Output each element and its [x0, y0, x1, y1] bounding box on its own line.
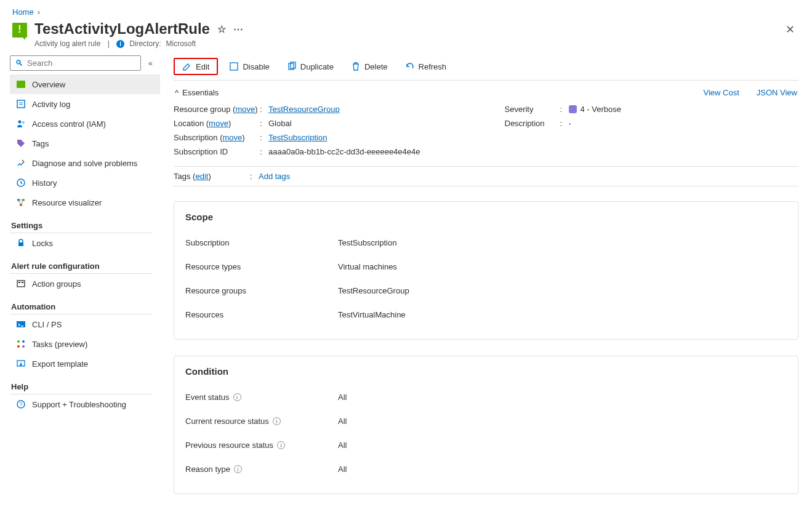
- tags-label: Tags: [174, 172, 190, 181]
- tags-edit-link[interactable]: edit: [195, 172, 208, 181]
- event-status-value: All: [338, 393, 787, 402]
- condition-card: Condition Event statusi All Current reso…: [174, 356, 798, 494]
- duplicate-label: Duplicate: [300, 62, 334, 71]
- alert-rule-icon: !: [12, 23, 27, 38]
- scope-resource-groups-label: Resource groups: [185, 286, 338, 295]
- page-title-text: TestActivityLogAlertRule: [34, 20, 210, 38]
- sidebar-item-label: Locks: [32, 239, 53, 248]
- overview-icon: [16, 79, 26, 89]
- action-groups-icon: [16, 279, 26, 289]
- sidebar-item-history[interactable]: History: [10, 173, 160, 193]
- description-value: -: [569, 119, 799, 128]
- sidebar: 🔍︎ « Overview Activity log: [0, 53, 160, 515]
- support-icon: ?: [16, 399, 26, 409]
- refresh-button[interactable]: Refresh: [399, 58, 453, 74]
- refresh-icon: [405, 62, 415, 71]
- svg-rect-0: [17, 81, 25, 88]
- sidebar-item-label: Diagnose and solve problems: [32, 159, 137, 168]
- svg-rect-12: [18, 282, 20, 283]
- sidebar-item-export-template[interactable]: Export template: [10, 354, 160, 373]
- sidebar-item-support[interactable]: ? Support + Troubleshooting: [10, 394, 160, 414]
- reason-type-label: Reason type: [185, 465, 230, 474]
- info-icon[interactable]: i: [116, 40, 124, 48]
- duplicate-button[interactable]: Duplicate: [281, 58, 340, 74]
- resource-group-label: Resource group: [174, 105, 231, 114]
- essentials-toggle[interactable]: ^ Essentials: [175, 88, 219, 97]
- subscription-link[interactable]: TestSubscription: [268, 133, 327, 142]
- svg-rect-1: [17, 100, 25, 108]
- locks-icon: [16, 238, 26, 248]
- essentials-label: Essentials: [182, 88, 219, 97]
- close-blade-button[interactable]: ✕: [781, 20, 800, 39]
- breadcrumb-home[interactable]: Home: [12, 7, 34, 17]
- svg-rect-22: [230, 63, 238, 70]
- json-view-link[interactable]: JSON View: [757, 88, 797, 97]
- info-icon[interactable]: i: [233, 393, 241, 401]
- sidebar-item-label: CLI / PS: [32, 320, 62, 329]
- event-status-label: Event status: [185, 393, 230, 402]
- activity-log-icon: [16, 99, 26, 109]
- svg-text:?: ?: [19, 401, 22, 407]
- view-cost-link[interactable]: View Cost: [703, 88, 739, 97]
- severity-badge-icon: [569, 105, 577, 113]
- scope-resource-types-label: Resource types: [185, 262, 338, 271]
- scope-resource-groups-value: TestResourceGroup: [338, 286, 787, 295]
- move-subscription[interactable]: move: [223, 133, 243, 142]
- edit-button[interactable]: Edit: [174, 58, 218, 75]
- condition-title: Condition: [185, 366, 787, 377]
- scope-card: Scope Subscription TestSubscription Reso…: [174, 201, 798, 340]
- sidebar-item-diagnose[interactable]: Diagnose and solve problems: [10, 153, 160, 173]
- sidebar-item-label: Action groups: [32, 279, 81, 289]
- scope-title: Scope: [185, 212, 787, 222]
- favorite-star-icon[interactable]: ☆: [217, 23, 226, 35]
- edit-label: Edit: [196, 62, 209, 71]
- access-control-icon: [16, 119, 26, 129]
- sidebar-item-label: Access control (IAM): [32, 119, 106, 129]
- scope-resources-value: TestVirtualMachine: [338, 310, 787, 319]
- sidebar-section-rule-config: Alert rule configuration: [10, 253, 153, 274]
- move-location[interactable]: move: [209, 119, 228, 128]
- resource-group-link[interactable]: TestResourceGroup: [268, 105, 340, 114]
- current-status-label: Current resource status: [185, 417, 269, 426]
- info-icon[interactable]: i: [277, 441, 285, 449]
- command-bar: Edit Disable Duplicate Delete: [174, 55, 798, 81]
- essentials-panel: Resource group (move) : TestResourceGrou…: [174, 102, 798, 166]
- page-title: TestActivityLogAlertRule ☆ ⋯: [34, 20, 243, 38]
- tags-row: Tags (edit) : Add tags: [174, 166, 798, 186]
- info-icon[interactable]: i: [273, 417, 281, 425]
- info-icon[interactable]: i: [234, 465, 242, 473]
- location-value: Global: [268, 119, 468, 128]
- location-label: Location: [174, 119, 204, 128]
- sidebar-item-access-control[interactable]: Access control (IAM): [10, 114, 160, 134]
- previous-status-value: All: [338, 441, 787, 450]
- sidebar-search[interactable]: 🔍︎: [10, 55, 141, 71]
- tags-icon: [16, 138, 26, 148]
- current-status-value: All: [338, 417, 787, 426]
- directory-value: Microsoft: [166, 39, 196, 48]
- svg-point-16: [22, 340, 25, 343]
- sidebar-item-tasks[interactable]: Tasks (preview): [10, 334, 160, 354]
- sidebar-item-tags[interactable]: Tags: [10, 134, 160, 153]
- sidebar-item-resource-visualizer[interactable]: Resource visualizer: [10, 193, 160, 212]
- sidebar-item-label: Resource visualizer: [32, 198, 102, 207]
- sidebar-item-cli-ps[interactable]: CLI / PS: [10, 314, 160, 334]
- sidebar-item-activity-log[interactable]: Activity log: [10, 94, 160, 114]
- sidebar-item-action-groups[interactable]: Action groups: [10, 274, 160, 293]
- sidebar-item-overview[interactable]: Overview: [10, 74, 160, 94]
- disable-button[interactable]: Disable: [223, 58, 275, 74]
- cli-icon: [16, 319, 26, 329]
- delete-icon: [351, 62, 361, 71]
- disable-icon: [229, 62, 239, 71]
- sidebar-search-input[interactable]: [27, 58, 135, 68]
- page-header: ! TestActivityLogAlertRule ☆ ⋯ Activity …: [0, 20, 812, 53]
- add-tags-link[interactable]: Add tags: [259, 172, 290, 181]
- delete-button[interactable]: Delete: [345, 58, 394, 74]
- resource-type-label: Activity log alert rule: [34, 39, 100, 48]
- sidebar-item-locks[interactable]: Locks: [10, 233, 160, 253]
- more-actions-icon[interactable]: ⋯: [233, 23, 243, 35]
- severity-label: Severity: [505, 105, 560, 114]
- collapse-sidebar-icon[interactable]: «: [146, 56, 155, 70]
- export-template-icon: [16, 359, 26, 369]
- delete-label: Delete: [364, 62, 388, 71]
- move-resource-group[interactable]: move: [235, 105, 255, 114]
